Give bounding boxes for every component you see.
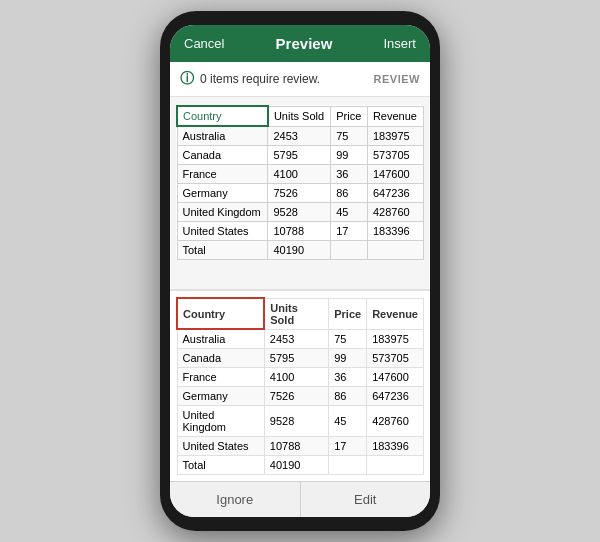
table-cell: 647236 bbox=[367, 184, 423, 203]
table-cell: Germany bbox=[177, 387, 264, 406]
table-cell: 147600 bbox=[367, 368, 424, 387]
comparison-section: Country Units Sold Price Revenue Austral… bbox=[170, 289, 430, 481]
table-cell: 428760 bbox=[367, 203, 423, 222]
table-cell: 36 bbox=[331, 165, 368, 184]
table-row: United States1078817183396 bbox=[177, 222, 424, 241]
table-row: Germany752686647236 bbox=[177, 387, 424, 406]
table-cell bbox=[367, 241, 423, 260]
table-cell: 7526 bbox=[264, 387, 328, 406]
info-icon: ⓘ bbox=[180, 70, 194, 88]
table-cell: 10788 bbox=[268, 222, 331, 241]
preview-table: Country Units Sold Price Revenue Austral… bbox=[176, 105, 424, 260]
table-cell: 5795 bbox=[264, 349, 328, 368]
table-row: Australia245375183975 bbox=[177, 329, 424, 349]
table-row: Canada579599573705 bbox=[177, 146, 424, 165]
review-message: 0 items require review. bbox=[200, 72, 368, 86]
table-row: France410036147600 bbox=[177, 165, 424, 184]
table-cell: 647236 bbox=[367, 387, 424, 406]
table-cell: France bbox=[177, 165, 268, 184]
table-cell: Total bbox=[177, 456, 264, 475]
table-cell: 40190 bbox=[264, 456, 328, 475]
table-cell: 147600 bbox=[367, 165, 423, 184]
table-cell: 183396 bbox=[367, 437, 424, 456]
table-cell: Germany bbox=[177, 184, 268, 203]
table-cell: Australia bbox=[177, 329, 264, 349]
table-cell bbox=[329, 456, 367, 475]
table-cell: 99 bbox=[329, 349, 367, 368]
review-banner: ⓘ 0 items require review. REVIEW bbox=[170, 62, 430, 97]
table-cell: 183975 bbox=[367, 329, 424, 349]
table-cell: 4100 bbox=[268, 165, 331, 184]
preview-section: Country Units Sold Price Revenue Austral… bbox=[170, 97, 430, 289]
table-cell: Total bbox=[177, 241, 268, 260]
cancel-button[interactable]: Cancel bbox=[184, 36, 224, 51]
table-cell: 183396 bbox=[367, 222, 423, 241]
screen: Cancel Preview Insert ⓘ 0 items require … bbox=[170, 25, 430, 517]
table-row: Canada579599573705 bbox=[177, 349, 424, 368]
review-link[interactable]: REVIEW bbox=[374, 73, 420, 85]
table-cell: 428760 bbox=[367, 406, 424, 437]
table-cell: United States bbox=[177, 222, 268, 241]
col-header-units: Units Sold bbox=[268, 106, 331, 126]
table-cell: 7526 bbox=[268, 184, 331, 203]
table-cell: United States bbox=[177, 437, 264, 456]
col-header-revenue: Revenue bbox=[367, 106, 423, 126]
ignore-button[interactable]: Ignore bbox=[170, 482, 300, 517]
table-cell: 99 bbox=[331, 146, 368, 165]
table-cell: 45 bbox=[329, 406, 367, 437]
table-cell: 5795 bbox=[268, 146, 331, 165]
comp-col-header-country: Country bbox=[177, 298, 264, 329]
table-cell bbox=[331, 241, 368, 260]
table-row: Total40190 bbox=[177, 241, 424, 260]
table-cell: 2453 bbox=[264, 329, 328, 349]
table-cell: 9528 bbox=[268, 203, 331, 222]
table-row: United Kingdom952845428760 bbox=[177, 406, 424, 437]
table-cell: 183975 bbox=[367, 126, 423, 146]
table-cell bbox=[367, 456, 424, 475]
table-cell: Australia bbox=[177, 126, 268, 146]
table-cell: 36 bbox=[329, 368, 367, 387]
table-row: Germany752686647236 bbox=[177, 184, 424, 203]
table-cell: 86 bbox=[329, 387, 367, 406]
table-cell: 40190 bbox=[268, 241, 331, 260]
table-row: United Kingdom952845428760 bbox=[177, 203, 424, 222]
phone-frame: Cancel Preview Insert ⓘ 0 items require … bbox=[160, 11, 440, 531]
table-cell: 45 bbox=[331, 203, 368, 222]
table-cell: 9528 bbox=[264, 406, 328, 437]
col-header-price: Price bbox=[331, 106, 368, 126]
header-bar: Cancel Preview Insert bbox=[170, 25, 430, 62]
table-cell: United Kingdom bbox=[177, 203, 268, 222]
insert-button[interactable]: Insert bbox=[383, 36, 416, 51]
table-cell: 573705 bbox=[367, 349, 424, 368]
table-cell: 75 bbox=[329, 329, 367, 349]
edit-button[interactable]: Edit bbox=[301, 482, 431, 517]
action-bar: Ignore Edit bbox=[170, 481, 430, 517]
table-cell: France bbox=[177, 368, 264, 387]
comparison-table: Country Units Sold Price Revenue Austral… bbox=[176, 297, 424, 475]
comp-col-header-units: Units Sold bbox=[264, 298, 328, 329]
table-cell: 4100 bbox=[264, 368, 328, 387]
table-cell: United Kingdom bbox=[177, 406, 264, 437]
table-row: United States1078817183396 bbox=[177, 437, 424, 456]
table-cell: 86 bbox=[331, 184, 368, 203]
table-cell: 573705 bbox=[367, 146, 423, 165]
table-cell: 2453 bbox=[268, 126, 331, 146]
comp-col-header-price: Price bbox=[329, 298, 367, 329]
table-cell: 17 bbox=[331, 222, 368, 241]
table-row: Australia245375183975 bbox=[177, 126, 424, 146]
table-row: Total40190 bbox=[177, 456, 424, 475]
table-cell: 10788 bbox=[264, 437, 328, 456]
table-cell: Canada bbox=[177, 349, 264, 368]
table-cell: Canada bbox=[177, 146, 268, 165]
table-cell: 75 bbox=[331, 126, 368, 146]
table-row: France410036147600 bbox=[177, 368, 424, 387]
col-header-country: Country bbox=[177, 106, 268, 126]
table-cell: 17 bbox=[329, 437, 367, 456]
page-title: Preview bbox=[276, 35, 333, 52]
comp-col-header-revenue: Revenue bbox=[367, 298, 424, 329]
